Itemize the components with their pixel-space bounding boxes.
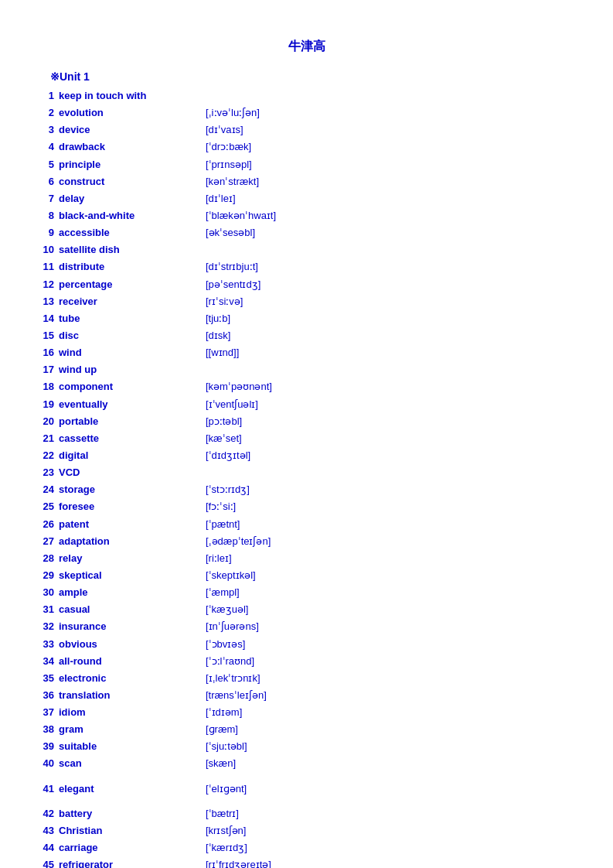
- list-item: 42battery[ˈbætrɪ]: [31, 805, 572, 822]
- item-phonetic: [ɡræm]: [206, 722, 572, 737]
- item-phonetic: [trænsˈleɪʃən]: [206, 688, 572, 703]
- list-item: 38gram[ɡræm]: [31, 721, 572, 738]
- item-phonetic: [ˈbætrɪ]: [206, 806, 572, 822]
- item-phonetic: [kənˈstrækt]: [206, 174, 572, 190]
- item-phonetic: [tjuːb]: [206, 311, 572, 326]
- item-phonetic: [ˈɔbvɪəs]: [206, 637, 572, 652]
- list-item: 44carriage[ˈkærɪdʒ]: [31, 839, 572, 856]
- item-word: component: [59, 379, 206, 395]
- list-item: 39suitable[ˈsjuːtəbl]: [31, 738, 572, 755]
- item-word: electronic: [59, 671, 206, 686]
- item-word: elegant: [59, 781, 206, 797]
- item-number: 17: [31, 362, 54, 378]
- list-item: 30ample[ˈæmpl]: [31, 584, 572, 601]
- item-word: delay: [59, 191, 206, 207]
- item-word: wind up: [59, 362, 206, 378]
- list-item: 36translation[trænsˈleɪʃən]: [31, 687, 572, 704]
- item-phonetic: [ɪˌlekˈtrɔnɪk]: [206, 671, 572, 686]
- list-item: 41elegant[ˈelɪɡənt]: [31, 781, 572, 798]
- item-phonetic: [ɪˈventʃuəlɪ]: [206, 397, 572, 412]
- item-number: 44: [31, 840, 54, 856]
- item-number: 7: [31, 191, 54, 207]
- item-phonetic: [[wɪnd]]: [206, 345, 572, 361]
- item-phonetic: [ˈprɪnsəpl]: [206, 157, 572, 173]
- item-phonetic: [ˈelɪɡənt]: [206, 781, 572, 797]
- list-item: 35electronic[ɪˌlekˈtrɔnɪk]: [31, 670, 572, 687]
- list-item: 6construct[kənˈstrækt]: [31, 173, 572, 190]
- item-number: 27: [31, 534, 54, 549]
- item-number: 5: [31, 157, 54, 173]
- item-phonetic: [rɪˈfrɪdʒəreɪtə]: [206, 857, 572, 868]
- list-item: 9accessible[əkˈsesəbl]: [31, 224, 572, 241]
- item-number: 4: [31, 139, 54, 155]
- item-word: digital: [59, 448, 206, 463]
- item-word: tube: [59, 311, 206, 326]
- list-item: 16wind[[wɪnd]]: [31, 344, 572, 361]
- list-item: 10satellite dish: [31, 241, 572, 258]
- item-phonetic: [ˌədæpˈteɪʃən]: [206, 534, 572, 549]
- item-number: 2: [31, 105, 54, 121]
- item-phonetic: [skæn]: [206, 756, 572, 771]
- list-item: 19eventually[ɪˈventʃuəlɪ]: [31, 396, 572, 413]
- list-item: 11distribute[dɪˈstrɪbjuːt]: [31, 258, 572, 275]
- item-word: refrigerator: [59, 857, 206, 868]
- vocab-list: 1keep in touch with2evolution[ˌiːvəˈluːʃ…: [31, 87, 572, 868]
- item-phonetic: [ˈdrɔːbæk]: [206, 139, 572, 155]
- list-item: 24storage[ˈstɔːrɪdʒ]: [31, 481, 572, 498]
- list-item: 7delay[dɪˈleɪ]: [31, 190, 572, 207]
- item-phonetic: [ˈblækənˈhwaɪt]: [206, 208, 572, 224]
- list-item: 32insurance[ɪnˈʃuərəns]: [31, 618, 572, 635]
- item-word: portable: [59, 414, 206, 429]
- item-number: 16: [31, 345, 54, 361]
- item-number: 11: [31, 259, 54, 275]
- item-phonetic: [ˈkæʒuəl]: [206, 602, 572, 617]
- item-word: percentage: [59, 277, 206, 292]
- item-word: disc: [59, 328, 206, 343]
- item-word: VCD: [59, 465, 206, 480]
- item-number: 10: [31, 242, 54, 258]
- list-item: 23VCD: [31, 464, 572, 481]
- item-word: insurance: [59, 619, 206, 634]
- list-item: 37idiom[ˈɪdɪəm]: [31, 704, 572, 721]
- item-word: Christian: [59, 823, 206, 839]
- list-item: 29skeptical[ˈskeptɪkəl]: [31, 567, 572, 584]
- item-number: 45: [31, 857, 54, 868]
- item-phonetic: [riːleɪ]: [206, 551, 572, 566]
- item-word: scan: [59, 756, 206, 771]
- item-phonetic: [dɪsk]: [206, 328, 572, 343]
- item-phonetic: [fɔːˈsiː]: [206, 499, 572, 514]
- list-item: 26patent[ˈpætnt]: [31, 516, 572, 533]
- list-item: 18component[kəmˈpəʊnənt]: [31, 378, 572, 395]
- item-phonetic: [ˈsjuːtəbl]: [206, 739, 572, 754]
- item-word: storage: [59, 482, 206, 497]
- item-number: 23: [31, 465, 54, 480]
- item-number: 34: [31, 654, 54, 669]
- item-number: 38: [31, 722, 54, 737]
- item-word: principle: [59, 157, 206, 173]
- item-word: translation: [59, 688, 206, 703]
- item-number: 24: [31, 482, 54, 497]
- item-word: relay: [59, 551, 206, 566]
- item-number: 39: [31, 739, 54, 754]
- item-phonetic: [ˈstɔːrɪdʒ]: [206, 482, 572, 497]
- item-number: 40: [31, 756, 54, 771]
- list-item: 3device[dɪˈvaɪs]: [31, 121, 572, 138]
- item-number: 18: [31, 379, 54, 395]
- item-word: battery: [59, 806, 206, 822]
- page-title: 牛津高: [0, 0, 613, 70]
- item-number: 21: [31, 431, 54, 446]
- list-item: 17wind up: [31, 361, 572, 378]
- item-number: 25: [31, 499, 54, 514]
- list-item: 12percentage[pəˈsentɪdʒ]: [31, 276, 572, 293]
- item-word: obvious: [59, 637, 206, 652]
- item-word: suitable: [59, 739, 206, 754]
- item-phonetic: [dɪˈvaɪs]: [206, 122, 572, 138]
- list-item: 13receiver[rɪˈsiːvə]: [31, 293, 572, 310]
- item-word: drawback: [59, 139, 206, 155]
- item-number: 22: [31, 448, 54, 463]
- item-phonetic: [ˈɪdɪəm]: [206, 705, 572, 720]
- list-item: 21cassette[kæˈset]: [31, 430, 572, 447]
- item-phonetic: [pəˈsentɪdʒ]: [206, 277, 572, 292]
- item-number: 43: [31, 823, 54, 839]
- item-phonetic: [ˌiːvəˈluːʃən]: [206, 105, 572, 121]
